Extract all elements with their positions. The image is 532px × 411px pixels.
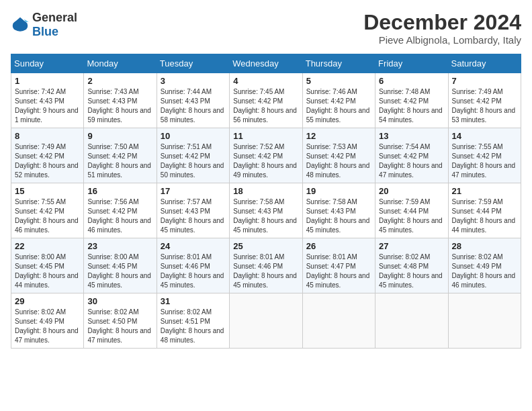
day-info: Sunrise: 8:02 AMSunset: 4:50 PMDaylight:… — [87, 308, 152, 345]
logo-text: General Blue — [32, 11, 77, 39]
day-number: 3 — [161, 76, 226, 86]
day-number: 4 — [233, 76, 298, 86]
day-info: Sunrise: 7:44 AMSunset: 4:43 PMDaylight:… — [161, 87, 226, 125]
day-info: Sunrise: 7:56 AMSunset: 4:42 PMDaylight:… — [87, 197, 152, 235]
calendar-cell — [302, 293, 375, 349]
calendar-cell: 31Sunrise: 8:02 AMSunset: 4:51 PMDayligh… — [157, 293, 229, 349]
calendar-cell: 25Sunrise: 8:01 AMSunset: 4:46 PMDayligh… — [230, 238, 302, 293]
calendar-cell: 20Sunrise: 7:59 AMSunset: 4:44 PMDayligh… — [375, 183, 448, 238]
day-number: 5 — [306, 76, 371, 86]
day-info: Sunrise: 7:59 AMSunset: 4:44 PMDaylight:… — [452, 197, 517, 235]
day-number: 19 — [306, 186, 371, 196]
day-number: 24 — [161, 241, 226, 251]
day-number: 27 — [379, 241, 444, 251]
calendar-cell — [448, 293, 521, 349]
calendar-cell: 1Sunrise: 7:42 AMSunset: 4:43 PMDaylight… — [11, 73, 84, 128]
day-number: 7 — [452, 76, 517, 86]
calendar-cell: 29Sunrise: 8:02 AMSunset: 4:49 PMDayligh… — [11, 293, 84, 349]
calendar-cell: 6Sunrise: 7:48 AMSunset: 4:42 PMDaylight… — [375, 73, 448, 128]
day-info: Sunrise: 8:01 AMSunset: 4:46 PMDaylight:… — [233, 253, 298, 290]
weekday-header: Sunday — [11, 54, 84, 73]
page-header: General Blue December 2024 Pieve Albigno… — [11, 11, 521, 46]
calendar-subtitle: Pieve Albignola, Lombardy, Italy — [363, 34, 521, 46]
day-info: Sunrise: 7:57 AMSunset: 4:43 PMDaylight:… — [161, 197, 226, 235]
day-number: 6 — [379, 76, 444, 86]
calendar-cell: 4Sunrise: 7:45 AMSunset: 4:42 PMDaylight… — [230, 73, 302, 128]
day-info: Sunrise: 7:59 AMSunset: 4:44 PMDaylight:… — [379, 197, 444, 235]
calendar-week-row: 1Sunrise: 7:42 AMSunset: 4:43 PMDaylight… — [11, 73, 521, 128]
calendar-cell: 27Sunrise: 8:02 AMSunset: 4:48 PMDayligh… — [375, 238, 448, 293]
day-number: 22 — [15, 241, 80, 251]
day-number: 25 — [233, 241, 298, 251]
day-info: Sunrise: 7:54 AMSunset: 4:42 PMDaylight:… — [379, 142, 444, 180]
calendar-cell — [375, 293, 448, 349]
day-number: 29 — [15, 296, 80, 306]
calendar-cell: 8Sunrise: 7:49 AMSunset: 4:42 PMDaylight… — [11, 128, 84, 183]
weekday-header: Thursday — [302, 54, 375, 73]
day-number: 16 — [87, 186, 152, 196]
calendar-title: December 2024 — [363, 11, 521, 34]
logo-icon — [11, 15, 30, 34]
calendar-cell: 2Sunrise: 7:43 AMSunset: 4:43 PMDaylight… — [84, 73, 157, 128]
weekday-header-row: SundayMondayTuesdayWednesdayThursdayFrid… — [11, 54, 521, 73]
day-number: 12 — [306, 131, 371, 141]
day-info: Sunrise: 7:58 AMSunset: 4:43 PMDaylight:… — [233, 197, 298, 235]
day-number: 2 — [87, 76, 152, 86]
day-info: Sunrise: 7:42 AMSunset: 4:43 PMDaylight:… — [15, 87, 80, 125]
day-info: Sunrise: 8:01 AMSunset: 4:46 PMDaylight:… — [161, 253, 226, 290]
weekday-header: Saturday — [448, 54, 521, 73]
calendar-cell: 23Sunrise: 8:00 AMSunset: 4:45 PMDayligh… — [84, 238, 157, 293]
logo: General Blue — [11, 11, 77, 39]
day-info: Sunrise: 7:49 AMSunset: 4:42 PMDaylight:… — [15, 142, 80, 180]
day-info: Sunrise: 7:43 AMSunset: 4:43 PMDaylight:… — [87, 87, 152, 125]
day-info: Sunrise: 7:51 AMSunset: 4:42 PMDaylight:… — [161, 142, 226, 180]
calendar-cell: 22Sunrise: 8:00 AMSunset: 4:45 PMDayligh… — [11, 238, 84, 293]
day-info: Sunrise: 7:50 AMSunset: 4:42 PMDaylight:… — [87, 142, 152, 180]
day-info: Sunrise: 7:58 AMSunset: 4:43 PMDaylight:… — [306, 197, 371, 235]
weekday-header: Monday — [84, 54, 157, 73]
calendar-cell — [230, 293, 302, 349]
calendar-cell: 21Sunrise: 7:59 AMSunset: 4:44 PMDayligh… — [448, 183, 521, 238]
calendar-cell: 26Sunrise: 8:01 AMSunset: 4:47 PMDayligh… — [302, 238, 375, 293]
day-number: 9 — [87, 131, 152, 141]
day-info: Sunrise: 7:55 AMSunset: 4:42 PMDaylight:… — [452, 142, 517, 180]
day-info: Sunrise: 7:55 AMSunset: 4:42 PMDaylight:… — [15, 197, 80, 235]
day-number: 26 — [306, 241, 371, 251]
calendar-week-row: 29Sunrise: 8:02 AMSunset: 4:49 PMDayligh… — [11, 293, 521, 349]
day-info: Sunrise: 7:52 AMSunset: 4:42 PMDaylight:… — [233, 142, 298, 180]
weekday-header: Friday — [375, 54, 448, 73]
day-number: 17 — [161, 186, 226, 196]
day-info: Sunrise: 8:02 AMSunset: 4:51 PMDaylight:… — [161, 308, 226, 345]
calendar-cell: 5Sunrise: 7:46 AMSunset: 4:42 PMDaylight… — [302, 73, 375, 128]
calendar-cell: 14Sunrise: 7:55 AMSunset: 4:42 PMDayligh… — [448, 128, 521, 183]
day-info: Sunrise: 8:02 AMSunset: 4:48 PMDaylight:… — [379, 253, 444, 290]
day-number: 18 — [233, 186, 298, 196]
day-number: 11 — [233, 131, 298, 141]
calendar-cell: 30Sunrise: 8:02 AMSunset: 4:50 PMDayligh… — [84, 293, 157, 349]
day-info: Sunrise: 7:48 AMSunset: 4:42 PMDaylight:… — [379, 87, 444, 125]
day-number: 10 — [161, 131, 226, 141]
calendar-cell: 19Sunrise: 7:58 AMSunset: 4:43 PMDayligh… — [302, 183, 375, 238]
day-number: 21 — [452, 186, 517, 196]
calendar-cell: 7Sunrise: 7:49 AMSunset: 4:42 PMDaylight… — [448, 73, 521, 128]
day-info: Sunrise: 7:45 AMSunset: 4:42 PMDaylight:… — [233, 87, 298, 125]
day-number: 30 — [87, 296, 152, 306]
calendar-cell: 12Sunrise: 7:53 AMSunset: 4:42 PMDayligh… — [302, 128, 375, 183]
day-info: Sunrise: 8:00 AMSunset: 4:45 PMDaylight:… — [87, 253, 152, 290]
calendar-cell: 28Sunrise: 8:02 AMSunset: 4:49 PMDayligh… — [448, 238, 521, 293]
day-info: Sunrise: 7:53 AMSunset: 4:42 PMDaylight:… — [306, 142, 371, 180]
calendar-week-row: 22Sunrise: 8:00 AMSunset: 4:45 PMDayligh… — [11, 238, 521, 293]
title-section: December 2024 Pieve Albignola, Lombardy,… — [363, 11, 521, 46]
calendar-cell: 10Sunrise: 7:51 AMSunset: 4:42 PMDayligh… — [157, 128, 229, 183]
calendar-cell: 18Sunrise: 7:58 AMSunset: 4:43 PMDayligh… — [230, 183, 302, 238]
day-info: Sunrise: 8:01 AMSunset: 4:47 PMDaylight:… — [306, 253, 371, 290]
weekday-header: Wednesday — [230, 54, 302, 73]
calendar-cell: 17Sunrise: 7:57 AMSunset: 4:43 PMDayligh… — [157, 183, 229, 238]
day-number: 28 — [452, 241, 517, 251]
calendar-cell: 24Sunrise: 8:01 AMSunset: 4:46 PMDayligh… — [157, 238, 229, 293]
calendar-cell: 11Sunrise: 7:52 AMSunset: 4:42 PMDayligh… — [230, 128, 302, 183]
day-info: Sunrise: 7:49 AMSunset: 4:42 PMDaylight:… — [452, 87, 517, 125]
day-number: 15 — [15, 186, 80, 196]
day-number: 14 — [452, 131, 517, 141]
calendar-week-row: 8Sunrise: 7:49 AMSunset: 4:42 PMDaylight… — [11, 128, 521, 183]
